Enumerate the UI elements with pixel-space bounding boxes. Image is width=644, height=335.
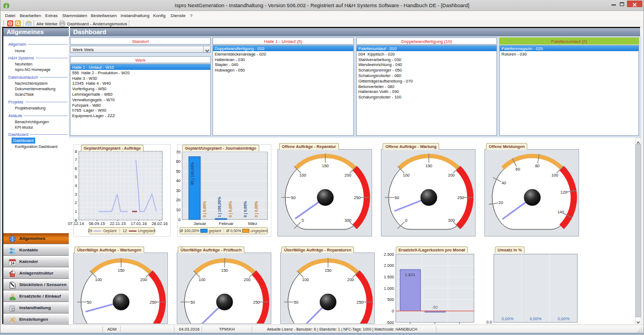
svg-text:200: 200 (244, 277, 251, 282)
svg-text:0: 0 (405, 218, 407, 223)
svg-text:6: 6 (75, 166, 77, 171)
svg-text:100: 100 (302, 277, 309, 282)
svg-text:200: 200 (347, 277, 354, 282)
svg-text:150: 150 (425, 163, 433, 168)
svg-text:100: 100 (299, 173, 307, 178)
svg-text:4: 4 (75, 183, 77, 188)
svg-text:2.000: 2.000 (384, 263, 394, 268)
svg-text:1 | 100,00%: 1 | 100,00% (217, 196, 222, 217)
svg-text:20: 20 (176, 197, 181, 202)
svg-text:0 | 0,00%: 0 | 0,00% (254, 201, 259, 217)
svg-text:0,00%: 0,00% (558, 316, 570, 321)
svg-text:80: 80 (535, 163, 539, 168)
svg-text:50: 50 (190, 300, 195, 305)
svg-text:20: 20 (499, 200, 503, 205)
svg-text:0 | 0,00%: 0 | 0,00% (243, 201, 248, 217)
svg-text:7: 7 (75, 157, 77, 162)
svg-text:-500: -500 (386, 320, 394, 325)
svg-text:250: 250 (150, 300, 157, 305)
svg-text:40: 40 (176, 178, 181, 183)
svg-text:140: 140 (557, 210, 564, 215)
svg-text:0: 0 (97, 322, 100, 325)
svg-text:60: 60 (516, 167, 520, 172)
svg-text:14: 14 (10, 261, 15, 265)
svg-text:0 | 0,00%: 0 | 0,00% (203, 201, 207, 217)
svg-text:0: 0 (392, 309, 394, 314)
svg-text:Januar: Januar (194, 221, 206, 226)
svg-text:17.01.16: 17.01.16 (130, 221, 146, 226)
svg-text:100: 100 (552, 173, 559, 178)
svg-text:50: 50 (176, 169, 181, 174)
svg-text:300: 300 (345, 218, 352, 223)
svg-text:300: 300 (448, 218, 455, 223)
svg-text:0: 0 (178, 217, 181, 222)
svg-text:40: 40 (501, 180, 506, 185)
svg-text:70: 70 (176, 150, 181, 155)
svg-text:250: 250 (457, 195, 465, 200)
svg-text:2: 2 (75, 200, 77, 205)
svg-text:0.0: 0.0 (487, 320, 492, 325)
svg-text:50: 50 (87, 300, 91, 305)
svg-text:500: 500 (387, 297, 394, 302)
svg-text:150: 150 (325, 268, 332, 273)
svg-text:07.12.14: 07.12.14 (68, 221, 84, 226)
svg-text:5: 5 (75, 174, 77, 179)
svg-text:200: 200 (140, 277, 148, 282)
svg-text:60: 60 (176, 159, 181, 164)
svg-text:50: 50 (291, 195, 296, 200)
svg-text:-50: -50 (432, 305, 438, 310)
svg-text:1: 1 (75, 209, 77, 214)
svg-text:0,00%: 0,00% (530, 316, 542, 321)
svg-text:100: 100 (95, 277, 102, 282)
svg-text:250: 250 (253, 300, 260, 305)
svg-text:28.02.16: 28.02.16 (151, 221, 167, 226)
svg-text:1.500: 1.500 (384, 274, 394, 279)
svg-text:250: 250 (357, 300, 364, 305)
svg-text:0: 0 (302, 218, 304, 223)
svg-text:100: 100 (199, 277, 206, 282)
svg-text:150: 150 (118, 268, 125, 273)
svg-text:300: 300 (347, 322, 354, 325)
svg-text:200: 200 (345, 173, 352, 178)
svg-text:06.09.15: 06.09.15 (89, 221, 105, 226)
svg-text:300: 300 (140, 322, 148, 325)
svg-text:50: 50 (395, 195, 399, 200)
svg-text:65 | 100,00%: 65 | 100,00% (190, 162, 195, 185)
svg-text:Februar: Februar (219, 221, 234, 226)
svg-text:2.500: 2.500 (384, 252, 394, 257)
svg-text:10: 10 (176, 207, 181, 212)
svg-text:0 | 0,00%: 0 | 0,00% (228, 201, 233, 217)
svg-text:120: 120 (560, 190, 567, 195)
svg-text:30: 30 (176, 188, 181, 193)
svg-text:22.11.15: 22.11.15 (110, 221, 126, 226)
svg-text:250: 250 (354, 195, 361, 200)
svg-text:3: 3 (75, 192, 77, 197)
svg-text:300: 300 (244, 322, 251, 325)
svg-text:100: 100 (403, 173, 410, 178)
svg-text:März: März (248, 221, 258, 226)
svg-text:50: 50 (294, 300, 298, 305)
svg-text:1.821: 1.821 (405, 272, 416, 277)
svg-text:200: 200 (448, 173, 455, 178)
svg-text:1.000: 1.000 (384, 286, 394, 291)
svg-text:150: 150 (322, 163, 329, 168)
svg-text:150: 150 (221, 268, 228, 273)
svg-text:0,00%: 0,00% (501, 316, 514, 321)
svg-text:8: 8 (75, 149, 77, 154)
